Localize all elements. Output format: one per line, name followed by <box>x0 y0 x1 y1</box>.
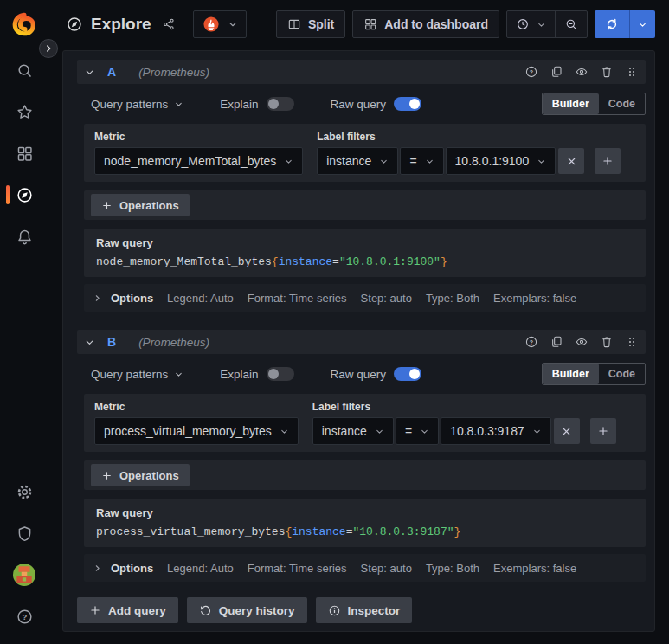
clock-icon <box>516 17 530 31</box>
raw-query-text: process_virtual_memory_bytes{instance="1… <box>96 525 460 538</box>
split-button[interactable]: Split <box>276 10 345 38</box>
plus-icon <box>597 425 609 437</box>
duplicate-query-button[interactable] <box>550 65 563 79</box>
options-title: Options <box>111 562 153 575</box>
remove-query-button[interactable] <box>600 335 614 349</box>
refresh-button[interactable] <box>595 10 629 38</box>
add-filter-button[interactable] <box>590 418 616 444</box>
label-name-select[interactable]: instance <box>312 417 394 445</box>
avatar <box>13 564 35 586</box>
explain-label: Explain <box>220 98 258 111</box>
query-options-row[interactable]: Options Legend: Auto Format: Time series… <box>84 554 646 582</box>
add-filter-button[interactable] <box>595 148 621 174</box>
explore-query-container: A (Prometheus) ? <box>62 50 655 632</box>
raw-query-toggle[interactable] <box>394 97 421 111</box>
add-operation-button[interactable]: Operations <box>91 194 190 216</box>
query-ref-id: A <box>107 65 116 79</box>
remove-query-button[interactable] <box>600 65 614 79</box>
disable-query-button[interactable] <box>575 335 589 349</box>
raw-query-label: Raw query <box>331 98 387 111</box>
metric-select[interactable]: node_memory_MemTotal_bytes <box>94 147 303 175</box>
remove-filter-button[interactable] <box>554 418 580 444</box>
drag-handle[interactable] <box>625 335 639 349</box>
close-icon <box>566 156 577 167</box>
chevron-down-icon <box>420 427 429 436</box>
query-patterns-dropdown[interactable]: Query patterns <box>91 98 183 111</box>
sidebar-item-explore[interactable] <box>0 174 48 216</box>
eye-icon <box>575 335 589 349</box>
inspector-button[interactable]: Inspector <box>316 597 413 623</box>
chevron-down-icon <box>537 157 546 166</box>
query-b-header[interactable]: B (Prometheus) ? <box>77 330 646 354</box>
shield-icon <box>16 525 34 543</box>
label-name-select[interactable]: instance <box>317 147 398 175</box>
duplicate-query-button[interactable] <box>550 335 563 349</box>
label-operator-select[interactable]: = <box>400 147 443 175</box>
sync-icon <box>605 17 619 31</box>
gear-icon <box>16 483 34 501</box>
metric-field: Metric node_memory_MemTotal_bytes <box>94 131 303 175</box>
query-a-body: Query patterns Explain Raw query Builder… <box>84 93 646 312</box>
chevron-down-icon <box>638 20 647 29</box>
sidebar-item-server-admin[interactable] <box>0 512 48 554</box>
sidebar-item-search[interactable] <box>0 49 48 91</box>
time-picker-button[interactable] <box>507 11 555 37</box>
query-help-button[interactable]: ? <box>524 335 538 349</box>
query-options-row[interactable]: Options Legend: Auto Format: Time series… <box>84 284 646 312</box>
metric-select[interactable]: process_virtual_memory_bytes <box>94 417 299 445</box>
expand-sidebar-button[interactable] <box>39 39 58 58</box>
query-patterns-dropdown[interactable]: Query patterns <box>91 368 183 381</box>
operations-panel: Operations <box>84 460 646 490</box>
label-filters-field: Label filters instance = 10.8.0.3:9187 <box>312 401 616 445</box>
sidebar-item-dashboards[interactable] <box>0 132 48 174</box>
query-a-header[interactable]: A (Prometheus) ? <box>77 60 646 84</box>
chevron-down-icon <box>84 337 95 348</box>
builder-mode-button[interactable]: Builder <box>543 93 599 114</box>
query-patterns-label: Query patterns <box>91 98 168 111</box>
sidebar-item-starred[interactable] <box>0 91 48 132</box>
label-value-select[interactable]: 10.8.0.1:9100 <box>446 147 556 175</box>
raw-query-toggle[interactable] <box>394 367 421 381</box>
add-query-button[interactable]: Add query <box>77 597 178 623</box>
code-mode-button[interactable]: Code <box>599 93 645 114</box>
disable-query-button[interactable] <box>575 65 589 79</box>
add-to-dashboard-button[interactable]: Add to dashboard <box>352 10 499 38</box>
drag-handle[interactable] <box>625 65 639 79</box>
chevron-down-icon <box>84 67 95 78</box>
datasource-picker[interactable] <box>193 10 247 38</box>
sidebar-item-profile[interactable] <box>0 554 48 596</box>
refresh-interval-dropdown[interactable] <box>629 10 655 38</box>
label-operator-select[interactable]: = <box>396 417 439 445</box>
query-help-button[interactable]: ? <box>524 65 538 79</box>
explain-toggle[interactable] <box>267 367 294 381</box>
sidebar-item-help[interactable]: ? <box>0 596 48 637</box>
code-mode-button[interactable]: Code <box>599 364 645 384</box>
label-value-select[interactable]: 10.8.0.3:9187 <box>441 417 551 445</box>
raw-query-panel: Raw query node_memory_MemTotal_bytes{ins… <box>84 229 646 277</box>
plus-icon <box>101 200 113 211</box>
sidebar-item-alerting[interactable] <box>0 216 48 257</box>
label-filter-row: instance = 10.8.0.1:9100 <box>317 147 621 175</box>
operations-label: Operations <box>119 199 179 212</box>
sidebar-item-configuration[interactable] <box>0 471 48 512</box>
remove-filter-button[interactable] <box>558 148 584 174</box>
eye-icon <box>575 65 589 79</box>
add-operation-button[interactable]: Operations <box>91 464 190 486</box>
explain-field: Explain <box>220 367 293 381</box>
query-history-button[interactable]: Query history <box>187 597 307 623</box>
explain-toggle[interactable] <box>267 97 294 111</box>
time-controls <box>506 10 588 38</box>
chevron-right-icon <box>93 293 102 303</box>
share-icon[interactable] <box>162 17 176 31</box>
query-history-label: Query history <box>219 604 295 617</box>
option-exemplars: Exemplars: false <box>493 562 576 575</box>
grafana-logo[interactable] <box>11 11 37 37</box>
raw-query-panel-label: Raw query <box>96 236 634 249</box>
zoom-out-button[interactable] <box>555 11 587 37</box>
chevron-right-icon <box>93 564 102 573</box>
operations-label: Operations <box>119 469 179 482</box>
explain-label: Explain <box>220 368 258 381</box>
builder-mode-button[interactable]: Builder <box>543 364 599 384</box>
query-builder-panel: Metric process_virtual_memory_bytes Labe… <box>84 394 646 452</box>
metric-value: process_virtual_memory_bytes <box>104 424 272 438</box>
